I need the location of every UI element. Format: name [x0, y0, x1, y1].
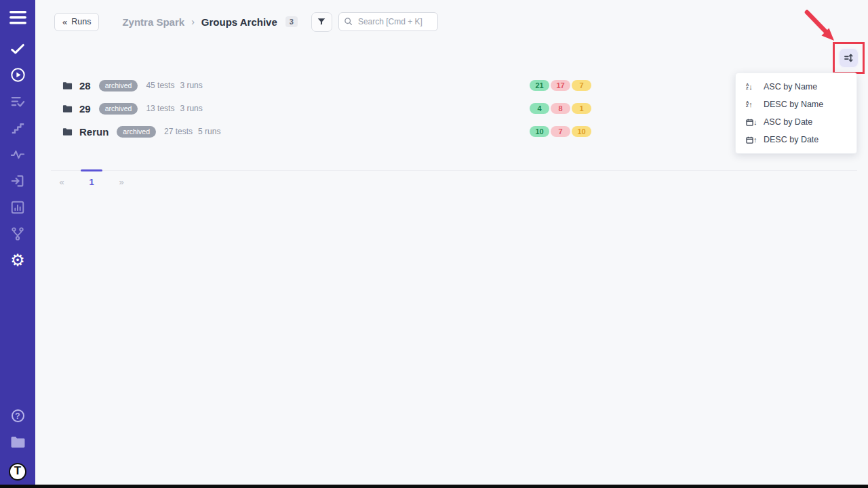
passed-pill: 21 [530, 80, 549, 91]
breadcrumb: Zyntra Spark › Groups Archive 3 [122, 16, 297, 28]
pagination-page-1[interactable]: 1 [82, 171, 101, 192]
group-name: 29 [79, 103, 91, 115]
sort-menu: AZ ↓ ASC by Name AZ ↑ DESC by Name ↓ ASC… [735, 73, 857, 154]
sort-toggle-icon [844, 53, 854, 63]
back-to-runs-label: Runs [71, 17, 91, 26]
failed-pill: 7 [551, 126, 570, 137]
back-to-runs-button[interactable]: « Runs [54, 13, 99, 31]
funnel-icon [317, 17, 326, 26]
branches-icon[interactable] [0, 220, 35, 247]
sort-date-asc-icon: ↓ [746, 119, 757, 126]
archived-badge: archived [117, 126, 156, 138]
run-stats: 21 17 7 [530, 80, 591, 91]
test-plans-icon[interactable] [0, 88, 35, 115]
tests-count: 13 tests [146, 104, 174, 113]
filter-button[interactable] [311, 12, 332, 32]
pagination-next-button[interactable]: » [112, 171, 131, 192]
projects-folder-icon[interactable] [0, 429, 35, 455]
pulse-icon[interactable] [0, 141, 35, 167]
chevrons-left-icon: « [62, 17, 67, 27]
sidebar: ⚙ ? T [0, 0, 35, 488]
folder-icon [62, 104, 73, 113]
sort-alpha-asc-icon: AZ ↓ [746, 83, 757, 91]
failed-pill: 8 [551, 103, 570, 114]
sort-menu-item-asc-date[interactable]: ↓ ASC by Date [736, 113, 856, 131]
tests-count: 45 tests [146, 81, 174, 90]
runs-count: 5 runs [198, 127, 220, 136]
app-screen: ⚙ ? T « Runs Zyntra Spark › Groups Archi… [0, 0, 868, 488]
topbar: « Runs Zyntra Spark › Groups Archive 3 [35, 0, 868, 43]
sort-menu-item-label: ASC by Name [764, 82, 817, 92]
app-logo[interactable]: T [0, 455, 35, 488]
settings-gear-icon[interactable]: ⚙ [0, 247, 35, 273]
folder-icon [62, 81, 73, 90]
tests-count: 27 tests [164, 127, 193, 136]
pagination-prev-button[interactable]: « [52, 171, 71, 192]
search-input[interactable] [338, 12, 438, 31]
group-name: Rerun [79, 126, 108, 138]
sort-menu-item-label: DESC by Name [764, 100, 823, 109]
run-stats: 10 7 10 [530, 126, 591, 137]
skipped-pill: 7 [572, 80, 591, 91]
search [338, 12, 438, 31]
sort-menu-item-desc-name[interactable]: AZ ↑ DESC by Name [736, 96, 856, 113]
check-icon[interactable] [0, 35, 35, 62]
active-page-indicator [81, 169, 102, 171]
sort-menu-item-label: DESC by Date [764, 135, 818, 144]
sort-date-desc-icon: ↑ [746, 136, 757, 144]
archived-badge: archived [99, 103, 138, 115]
steps-icon[interactable] [0, 115, 35, 141]
group-name: 28 [79, 80, 91, 92]
page-title: Groups Archive [201, 16, 277, 28]
search-icon [344, 17, 353, 26]
groups-count-badge: 3 [285, 16, 298, 27]
screen-bottom-edge [0, 485, 868, 488]
help-icon[interactable]: ? [0, 403, 35, 429]
run-stats: 4 8 1 [530, 103, 591, 114]
skipped-pill: 10 [572, 126, 591, 137]
analytics-icon[interactable] [0, 194, 35, 220]
sort-menu-item-label: ASC by Date [764, 117, 812, 127]
breadcrumb-project[interactable]: Zyntra Spark [122, 16, 184, 28]
sort-alpha-desc-icon: AZ ↑ [746, 101, 757, 108]
passed-pill: 4 [530, 103, 549, 114]
sort-menu-item-desc-date[interactable]: ↑ DESC by Date [736, 131, 856, 148]
passed-pill: 10 [530, 126, 549, 137]
sort-toggle-button[interactable] [838, 47, 859, 68]
import-icon[interactable] [0, 167, 35, 194]
menu-icon[interactable] [0, 0, 35, 35]
runs-count: 3 runs [180, 81, 202, 90]
breadcrumb-separator: › [191, 16, 195, 27]
folder-icon [62, 127, 73, 136]
failed-pill: 17 [551, 80, 570, 91]
skipped-pill: 1 [572, 103, 591, 114]
runs-count: 3 runs [180, 104, 202, 113]
sort-menu-item-asc-name[interactable]: AZ ↓ ASC by Name [736, 78, 856, 96]
archived-badge: archived [99, 80, 138, 92]
run-play-icon[interactable] [0, 62, 35, 88]
pagination: « 1 » [51, 170, 857, 192]
